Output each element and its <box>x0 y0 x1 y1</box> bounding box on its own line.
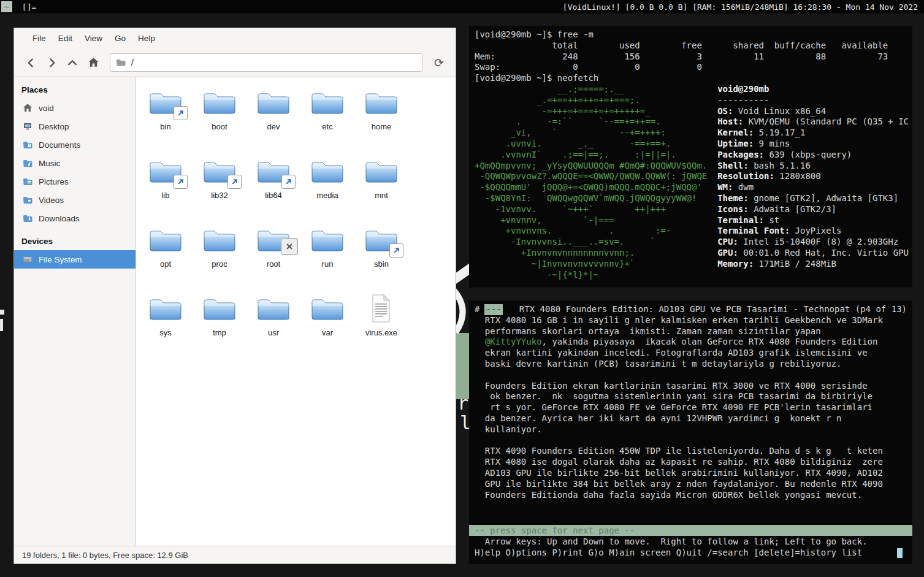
drive-icon <box>23 254 32 264</box>
sidebar-item-file-system[interactable]: File System <box>14 250 136 269</box>
file-item[interactable]: tmp <box>193 292 246 361</box>
neofetch-info-segment: Adwaita [GTK2/3] <box>749 204 836 214</box>
folder-icon <box>202 294 237 323</box>
terminal-neofetch-window[interactable]: [void@290mb ~]$ free -m total used free … <box>469 26 912 288</box>
sidebar-item-pictures[interactable]: Pictures <box>14 172 136 191</box>
refresh-icon: ⟳ <box>434 56 444 69</box>
dwm-tag-indicator[interactable]: — <box>1 1 12 12</box>
file-item[interactable]: sbin <box>354 223 408 292</box>
file-item[interactable]: lib <box>139 155 193 223</box>
path-bar[interactable]: / <box>110 53 422 72</box>
file-icon <box>310 88 345 117</box>
devices-header: Devices <box>14 231 136 250</box>
file-item[interactable]: root <box>246 223 300 292</box>
file-item[interactable]: mnt <box>354 155 408 223</box>
file-item[interactable]: var <box>300 292 354 361</box>
menu-item[interactable]: File <box>26 31 52 46</box>
chevron-right-icon <box>47 58 57 68</box>
menu-item[interactable]: View <box>78 31 109 46</box>
file-grid: binbootdevetchomeliblib32lib64mediamntop… <box>139 86 456 361</box>
neofetch-info-segment: 00:01.0 Red Hat, Inc. Virtio GPU <box>738 248 909 258</box>
file-name: lib64 <box>265 191 281 200</box>
neofetch-info-segment: GPU: <box>717 248 738 258</box>
file-icon <box>256 226 291 254</box>
file-name: mnt <box>375 191 388 200</box>
file-item[interactable]: run <box>300 223 354 292</box>
file-item[interactable]: virus.exe <box>354 292 408 361</box>
file-item[interactable]: boot <box>193 86 246 155</box>
file-view[interactable]: binbootdevetchomeliblib32lib64mediamntop… <box>136 77 456 546</box>
file-item[interactable]: usr <box>246 292 300 361</box>
dwm-layout-symbol[interactable]: []= <box>22 2 36 12</box>
neofetch-info-segment: OS: <box>717 106 733 116</box>
file-icon <box>148 88 183 117</box>
neofetch-info-segment: Terminal Font: <box>717 226 790 235</box>
sidebar-item-void[interactable]: void <box>14 99 136 117</box>
neofetch-info-segment: ---------- <box>717 95 769 105</box>
void-ascii-logo: __.;=====;.__ _.=+==++=++=+=+===;. -=+++… <box>475 84 717 280</box>
shell-prompt-line: [void@290mb ~]$ free -m <box>475 29 907 40</box>
neofetch-info-segment: 1280x800 <box>774 171 821 181</box>
up-button[interactable] <box>62 53 83 72</box>
file-item[interactable]: bin <box>139 86 193 155</box>
folder-icon <box>310 294 345 323</box>
forward-button[interactable] <box>41 53 62 72</box>
sidebar-item-desktop[interactable]: Desktop <box>14 117 136 136</box>
file-item[interactable]: lib32 <box>193 155 246 223</box>
article-text-segment: , yakinda piyasaya ikacak olan GeForce R… <box>475 337 883 499</box>
file-name: lib32 <box>211 191 227 200</box>
shortcut-emblem-icon <box>174 175 188 189</box>
back-button[interactable] <box>20 53 41 72</box>
current-path: / <box>131 58 134 67</box>
file-icon <box>256 294 291 323</box>
terminal-lynx-window[interactable]: # --- RTX 4080 Founders Edition: AD103 G… <box>469 300 912 564</box>
sidebar-item-music[interactable]: Music <box>14 154 136 172</box>
home-icon <box>23 103 32 113</box>
neofetch-info-segment: Intel i5-10400F (8) @ 2.903GHz <box>738 237 898 246</box>
sidebar-item-label: Music <box>39 159 60 168</box>
file-name: sys <box>159 328 172 337</box>
menu-item[interactable]: Help <box>132 31 161 46</box>
no-access-emblem-icon <box>281 238 298 255</box>
statusbar: 19 folders, 1 file: 0 bytes, Free space:… <box>14 546 456 564</box>
file-item[interactable]: home <box>354 86 408 155</box>
file-item[interactable]: proc <box>193 223 246 292</box>
file-icon <box>364 157 399 185</box>
shell-prompt-line: [void@290mb ~]$ neofetch <box>475 73 907 84</box>
lynx-toolbar-link[interactable]: --- <box>484 304 502 315</box>
shortcut-emblem-icon <box>389 243 403 258</box>
menu-item[interactable]: Go <box>109 31 132 46</box>
neofetch-info-segment: Void Linux x86_64 <box>733 106 826 116</box>
folder-icon <box>256 88 291 117</box>
file-manager-window[interactable]: FileEditViewGoHelp / ⟳ Places void <box>13 28 456 564</box>
file-name: usr <box>268 328 279 337</box>
pictures-folder-icon <box>23 177 32 186</box>
sidebar-item-documents[interactable]: Documents <box>14 136 136 154</box>
file-item[interactable]: sys <box>139 292 193 361</box>
file-item[interactable]: opt <box>139 223 193 292</box>
file-icon <box>148 226 183 254</box>
home-button[interactable] <box>83 53 104 72</box>
free-command-output: total used free shared buff/cache availa… <box>475 40 907 73</box>
page-title: RTX 4080 Founders Edition: AD103 GPU ve … <box>519 304 907 315</box>
sidebar-item-downloads[interactable]: Downloads <box>14 209 136 227</box>
menu-item[interactable]: Edit <box>52 31 78 46</box>
desktop-icon <box>23 121 32 131</box>
statusbar-text: 19 folders, 1 file: 0 bytes, Free space:… <box>22 551 188 560</box>
file-icon <box>364 88 399 117</box>
refresh-button[interactable]: ⟳ <box>429 53 449 72</box>
neofetch-info-segment: Kernel: <box>717 128 754 137</box>
file-name: virus.exe <box>365 328 397 337</box>
file-item[interactable]: media <box>300 155 354 223</box>
file-icon <box>364 226 399 254</box>
file-icon <box>148 157 183 185</box>
sidebar-item-videos[interactable]: Videos <box>14 191 136 209</box>
file-icon <box>202 157 237 185</box>
file-item[interactable]: lib64 <box>246 155 300 223</box>
file-item[interactable]: etc <box>300 86 354 155</box>
file-name: bin <box>160 122 170 131</box>
lynx-help-line-1: Arrow keys: Up and Down to move. Right t… <box>475 537 868 548</box>
file-item[interactable]: dev <box>246 86 300 155</box>
lynx-anchor-marker: # <box>475 304 479 315</box>
neofetch-info-segment: void@290mb <box>717 84 769 94</box>
